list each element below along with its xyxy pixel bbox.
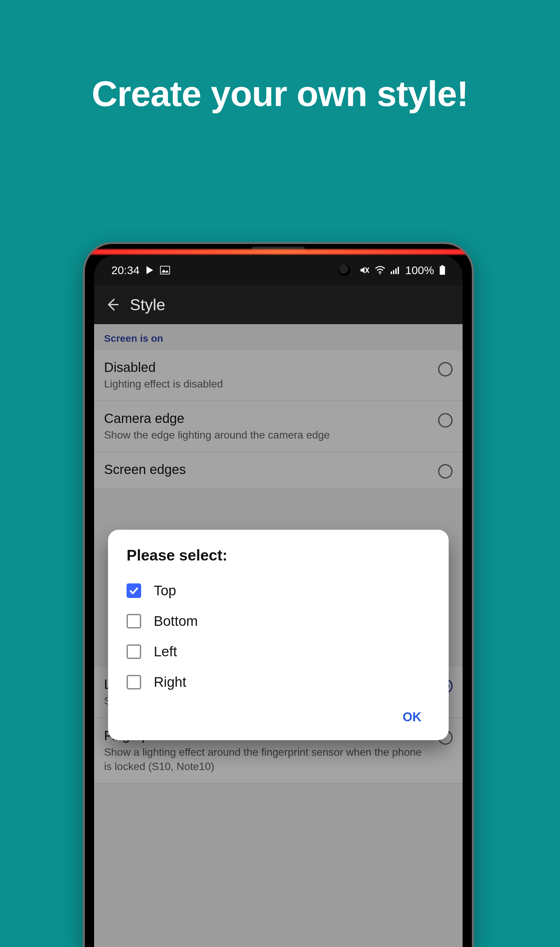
dialog-option-left[interactable]: Left xyxy=(126,636,430,667)
svg-rect-9 xyxy=(440,266,445,275)
checkbox-top[interactable] xyxy=(126,584,141,598)
dialog-option-label: Bottom xyxy=(154,613,198,629)
mute-vibrate-icon xyxy=(360,265,369,275)
dialog-option-bottom[interactable]: Bottom xyxy=(126,606,430,636)
svg-rect-6 xyxy=(395,268,397,274)
front-camera-hole xyxy=(338,264,350,276)
play-store-icon xyxy=(145,265,154,275)
phone-screen: 20:34 xyxy=(94,255,463,947)
svg-rect-0 xyxy=(160,266,170,274)
signal-icon xyxy=(391,266,400,274)
app-bar-title: Style xyxy=(130,296,165,314)
checkbox-left[interactable] xyxy=(126,644,141,659)
svg-rect-4 xyxy=(391,271,392,274)
status-bar: 20:34 xyxy=(94,255,463,285)
dialog-title: Please select: xyxy=(126,546,430,564)
dialog-option-right[interactable]: Right xyxy=(126,667,430,698)
settings-content: Screen is on Disabled Lighting effect is… xyxy=(94,324,463,947)
dialog-actions: OK xyxy=(126,706,430,728)
edge-lighting-glow xyxy=(90,249,466,254)
svg-point-3 xyxy=(379,273,381,274)
dialog-option-top[interactable]: Top xyxy=(126,576,430,606)
svg-rect-5 xyxy=(393,270,394,274)
dialog-option-label: Top xyxy=(154,583,176,599)
battery-text: 100% xyxy=(405,264,434,277)
wifi-icon xyxy=(375,266,385,274)
back-button[interactable] xyxy=(102,294,123,315)
promo-headline: Create your own style! xyxy=(0,73,560,114)
status-time: 20:34 xyxy=(111,264,140,277)
svg-rect-7 xyxy=(398,267,399,274)
svg-rect-8 xyxy=(442,265,443,266)
dialog-ok-button[interactable]: OK xyxy=(394,706,430,728)
dialog-option-label: Left xyxy=(154,644,177,660)
picture-icon xyxy=(160,266,170,274)
dialog-option-label: Right xyxy=(154,674,186,690)
app-bar: Style xyxy=(94,285,463,324)
select-edges-dialog: Please select: Top Bottom xyxy=(108,530,449,740)
checkbox-right[interactable] xyxy=(126,675,141,690)
battery-icon xyxy=(439,265,445,275)
phone-frame: 20:34 xyxy=(83,242,474,947)
promo-canvas: Create your own style! 20:34 xyxy=(0,0,560,947)
checkbox-bottom[interactable] xyxy=(126,614,141,628)
